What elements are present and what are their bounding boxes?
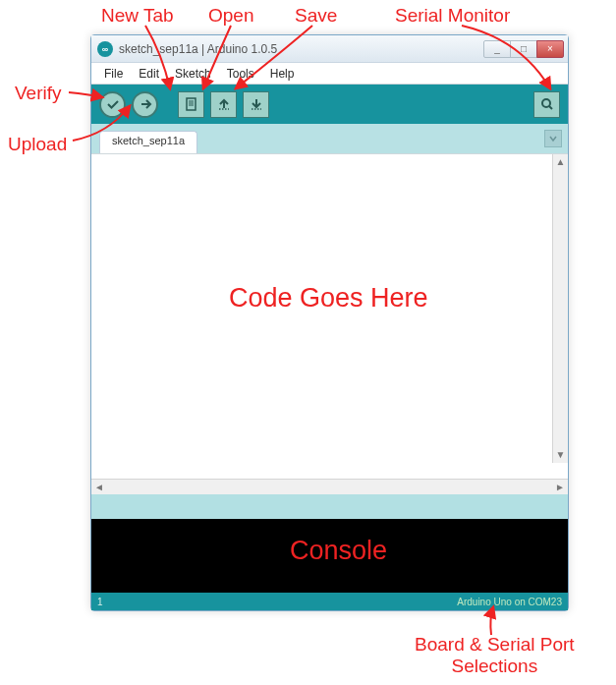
annotation-code-here: Code Goes Here: [229, 283, 428, 314]
check-icon: [106, 97, 120, 111]
annotation-save: Save: [295, 5, 337, 27]
scroll-up-icon[interactable]: ▲: [553, 154, 568, 170]
annotation-new-tab: New Tab: [101, 5, 174, 27]
editor-area: ▲ ▼ ◄ ►: [91, 153, 568, 494]
window-close-button[interactable]: ×: [536, 40, 564, 58]
annotation-serial-monitor: Serial Monitor: [395, 5, 510, 27]
annotation-open: Open: [208, 5, 253, 27]
annotation-board-serial: Board & Serial Port Selections: [415, 634, 575, 677]
annotation-console: Console: [290, 536, 387, 566]
window-titlebar: ∞ sketch_sep11a | Arduino 1.0.5 _ □ ×: [91, 35, 568, 63]
arduino-ide-window: ∞ sketch_sep11a | Arduino 1.0.5 _ □ × Fi…: [90, 34, 569, 611]
menu-sketch[interactable]: Sketch: [168, 65, 218, 83]
tab-menu-dropdown[interactable]: [544, 130, 562, 147]
magnifier-icon: [539, 96, 555, 112]
svg-point-6: [542, 99, 550, 107]
arrow-right-icon: [139, 97, 152, 111]
menu-edit[interactable]: Edit: [132, 65, 166, 83]
menu-file[interactable]: File: [97, 65, 130, 83]
tab-sketch[interactable]: sketch_sep11a: [99, 131, 197, 153]
menu-tools[interactable]: Tools: [220, 65, 261, 83]
line-number-indicator: 1: [97, 597, 457, 607]
verify-button[interactable]: [99, 91, 126, 118]
toolbar-right-group: [533, 91, 560, 118]
open-button[interactable]: [210, 91, 237, 118]
board-port-indicator: Arduino Uno on COM23: [457, 597, 562, 607]
app-icon: ∞: [97, 41, 113, 57]
window-maximize-button[interactable]: □: [510, 40, 537, 58]
arrow-up-icon: [216, 96, 232, 112]
annotation-board-serial-line2: Selections: [451, 656, 537, 676]
window-title: sketch_sep11a | Arduino 1.0.5: [119, 42, 484, 56]
new-tab-button[interactable]: [178, 91, 204, 118]
scroll-down-icon[interactable]: ▼: [553, 447, 568, 463]
scroll-right-icon[interactable]: ►: [552, 482, 568, 492]
toolbar: [91, 85, 568, 124]
annotation-verify: Verify: [15, 83, 62, 104]
annotation-upload: Upload: [8, 134, 67, 155]
annotation-board-serial-line1: Board & Serial Port: [415, 634, 575, 655]
menu-help[interactable]: Help: [263, 65, 302, 83]
svg-rect-0: [187, 98, 196, 110]
save-button[interactable]: [243, 91, 269, 118]
window-minimize-button[interactable]: _: [483, 40, 511, 58]
chevron-down-icon: [548, 134, 558, 143]
file-icon: [184, 96, 199, 112]
code-editor[interactable]: ▲ ▼: [91, 154, 568, 479]
scroll-left-icon[interactable]: ◄: [91, 482, 107, 492]
status-bar: 1 Arduino Uno on COM23: [91, 593, 568, 610]
arrow-down-icon: [249, 96, 264, 112]
editor-vertical-scrollbar[interactable]: ▲ ▼: [552, 154, 568, 463]
tab-bar: sketch_sep11a: [91, 124, 568, 153]
svg-line-7: [549, 106, 552, 109]
menu-bar: File Edit Sketch Tools Help: [91, 63, 568, 85]
upload-button[interactable]: [132, 91, 158, 118]
toolbar-left-group: [99, 91, 269, 118]
serial-monitor-button[interactable]: [533, 91, 560, 118]
window-controls: _ □ ×: [484, 40, 564, 58]
status-strip: [91, 494, 568, 519]
editor-horizontal-scrollbar[interactable]: ◄ ►: [91, 479, 568, 494]
